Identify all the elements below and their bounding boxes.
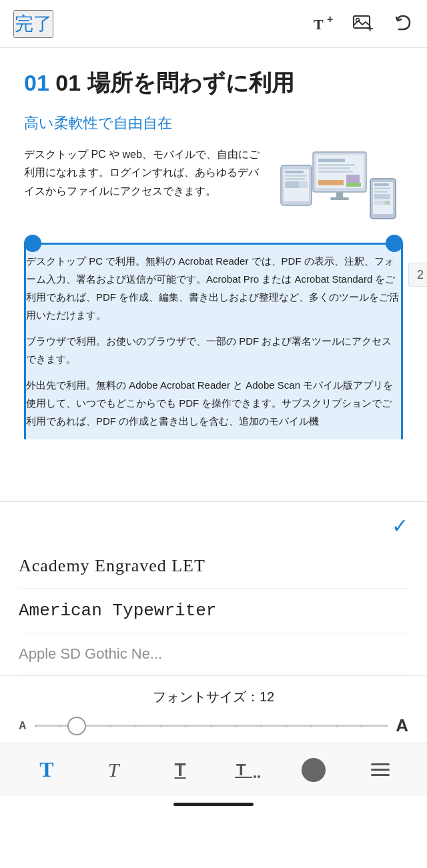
selected-checkmark: ✓ <box>392 514 408 537</box>
content-row: デスクトップ PC や web、モバイルで、自由にご利用になれます。ログインすれ… <box>24 145 403 232</box>
svg-rect-20 <box>285 178 305 180</box>
slider-dot <box>35 725 37 727</box>
font-size-label: フォントサイズ：12 <box>19 688 408 706</box>
svg-point-33 <box>254 775 256 778</box>
home-bar <box>173 803 254 806</box>
svg-rect-21 <box>285 181 300 188</box>
format-underline-button[interactable]: T <box>163 753 197 787</box>
svg-rect-27 <box>374 191 388 193</box>
selected-para-3: 外出先で利用。無料の Adobe Acrobat Reader と Adobe … <box>26 376 401 430</box>
menu-line-3 <box>371 774 390 776</box>
slider-dot <box>135 725 137 727</box>
svg-text:+: + <box>367 23 373 34</box>
done-button[interactable]: 完了 <box>13 10 53 38</box>
title-number: 01 <box>24 70 49 95</box>
menu-line-1 <box>371 763 390 765</box>
slider-dot <box>160 725 162 727</box>
svg-rect-19 <box>285 175 307 177</box>
selected-text-block: デスクトップ PC で利用。無料の Acrobat Reader では、PDF … <box>24 243 403 439</box>
svg-rect-18 <box>285 171 304 173</box>
font-item-academy[interactable]: Academy Engraved LET <box>19 544 408 589</box>
slider-dot <box>360 725 362 727</box>
slider-dot <box>210 725 212 727</box>
slider-dot <box>59 725 61 727</box>
svg-rect-28 <box>374 194 390 199</box>
device-illustration <box>280 145 400 232</box>
slider-thumb[interactable] <box>67 717 86 735</box>
svg-rect-25 <box>374 183 389 186</box>
add-text-button[interactable]: T + <box>312 12 336 36</box>
font-item-american[interactable]: American Typewriter <box>19 589 408 633</box>
svg-rect-14 <box>318 180 344 185</box>
device-image-col <box>276 145 403 232</box>
bottom-formatting-toolbar: T T T T <box>0 743 427 796</box>
document-title: 01 01 場所を問わずに利用 <box>24 68 403 97</box>
undo-icon <box>392 13 414 35</box>
svg-rect-8 <box>330 197 349 200</box>
svg-rect-26 <box>374 187 391 189</box>
format-bold-button[interactable]: T <box>30 753 63 787</box>
font-size-section: フォントサイズ：12 A <box>0 675 427 743</box>
add-image-icon: + <box>352 12 376 36</box>
slider-dots <box>35 725 388 727</box>
svg-text:+: + <box>327 13 333 25</box>
svg-rect-15 <box>346 183 361 187</box>
slider-dot <box>260 725 262 727</box>
home-indicator <box>0 796 427 810</box>
add-text-icon: T + <box>312 12 336 36</box>
body-text: デスクトップ PC や web、モバイルで、自由にご利用になれます。ログインすれ… <box>24 145 263 232</box>
format-italic-button[interactable]: T <box>97 753 130 787</box>
title-text: 01 場所を問わずに利用 <box>55 70 294 95</box>
svg-point-3 <box>356 18 360 21</box>
document-area: 01 01 場所を問わずに利用 高い柔軟性で自由自在 デスクトップ PC や w… <box>0 48 427 501</box>
svg-rect-9 <box>318 159 345 162</box>
font-checkmark-row: ✓ <box>0 502 427 544</box>
toolbar-icons: T + + <box>312 12 414 36</box>
underline-text-icon: T <box>174 759 185 781</box>
slider-dot <box>310 725 312 727</box>
selection-handle-right[interactable] <box>386 235 403 252</box>
undo-button[interactable] <box>392 13 414 35</box>
svg-text:T: T <box>314 16 324 33</box>
svg-rect-12 <box>318 171 353 173</box>
italic-text-icon: T <box>108 759 119 781</box>
svg-rect-29 <box>374 201 384 205</box>
selection-line <box>24 243 403 245</box>
font-size-small-a: A <box>19 720 27 732</box>
font-size-slider[interactable] <box>35 725 388 727</box>
slider-dot <box>109 725 111 727</box>
format-strikethrough-button[interactable]: T <box>230 753 264 787</box>
font-list: Academy Engraved LET American Typewriter… <box>0 544 427 675</box>
svg-rect-30 <box>384 201 390 205</box>
bold-text-icon: T <box>39 757 53 782</box>
document-subtitle: 高い柔軟性で自由自在 <box>24 113 403 133</box>
slider-dot <box>336 725 338 727</box>
slider-dot <box>286 725 288 727</box>
svg-point-34 <box>258 775 260 778</box>
svg-rect-10 <box>318 164 355 166</box>
top-toolbar: 完了 T + + <box>0 0 427 48</box>
add-image-button[interactable]: + <box>352 12 376 36</box>
svg-rect-13 <box>346 175 360 183</box>
selected-para-2: ブラウザで利用。お使いのブラウザで、一部の PDF および署名ツールにアクセスで… <box>26 332 401 368</box>
selected-para-1: デスクトップ PC で利用。無料の Acrobat Reader では、PDF … <box>26 252 401 324</box>
selection-handle-left[interactable] <box>24 235 41 252</box>
font-picker-panel: ✓ Academy Engraved LET American Typewrit… <box>0 501 427 743</box>
format-align-button[interactable] <box>364 753 397 787</box>
slider-dot <box>235 725 237 727</box>
menu-line-2 <box>371 769 390 771</box>
text-color-icon <box>302 758 326 782</box>
strikethrough-text-icon: T <box>234 757 260 783</box>
slider-dot <box>386 725 388 727</box>
text-selection-area: デスクトップ PC で利用。無料の Acrobat Reader では、PDF … <box>0 243 427 439</box>
svg-rect-11 <box>318 167 350 169</box>
svg-text:T: T <box>236 761 246 779</box>
format-color-button[interactable] <box>297 753 330 787</box>
font-size-slider-row: A <box>19 715 408 736</box>
font-size-large-a: A <box>396 715 408 736</box>
svg-rect-22 <box>300 181 308 188</box>
font-item-partial[interactable]: Apple SD Gothic Ne... <box>19 633 408 675</box>
slider-dot <box>185 725 187 727</box>
align-icon <box>371 763 390 776</box>
